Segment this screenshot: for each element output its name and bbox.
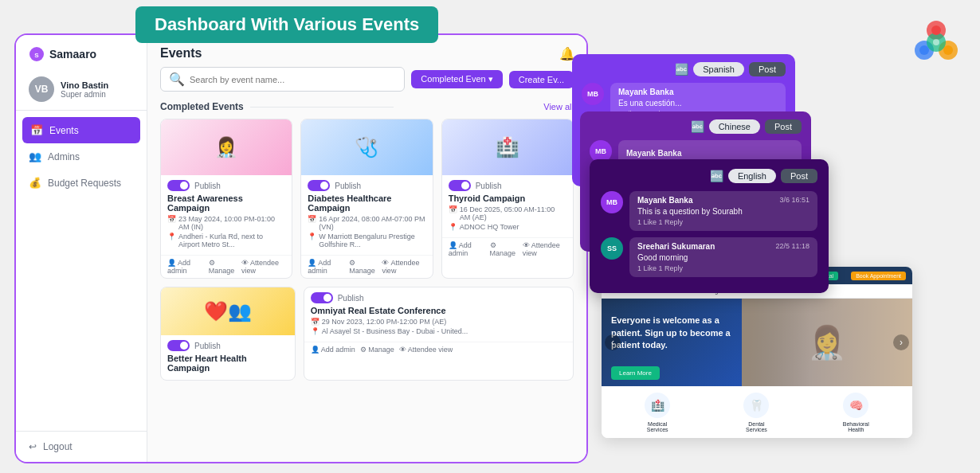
attendee-view-2[interactable]: 👁 Attendee view [382, 259, 425, 275]
publish-toggle-2[interactable] [308, 180, 330, 191]
filter-label: Completed Even ▾ [421, 74, 492, 84]
attendee-view-1[interactable]: 👁 Attendee view [241, 259, 285, 275]
publish-toggle-1[interactable] [167, 180, 190, 191]
publish-label-3: Publish [476, 182, 502, 190]
user-profile: VB Vino Bastin Super admin [16, 68, 147, 111]
event-image-4: ❤️👥 [161, 287, 295, 335]
attendee-view-3[interactable]: 👁 Attendee view [523, 241, 566, 257]
attendee-view-5[interactable]: 👁 Attendee view [399, 346, 453, 354]
user-info: Vino Bastin Super admin [61, 80, 108, 99]
event-body-2: Publish Diabetes Healthcare Campaign 📅 1… [301, 175, 432, 255]
book-appointment-btn[interactable]: Book Appointment [851, 272, 906, 280]
app-logo [908, 14, 964, 70]
chinese-post-btn[interactable]: Post [765, 119, 802, 134]
date-icon-5: 📅 [311, 318, 319, 326]
spanish-post-btn[interactable]: Post [749, 62, 786, 76]
publish-toggle-4[interactable] [167, 340, 190, 351]
view-all-link[interactable]: View all [543, 102, 574, 111]
hero-learn-more-btn[interactable]: Learn More [611, 366, 660, 380]
english-post-btn[interactable]: Post [781, 169, 817, 183]
sidebar-navigation: 📅 Events 👥 Admins 💰 Budget Requests [16, 111, 147, 431]
hero-prev-btn[interactable]: ‹ [605, 334, 621, 350]
translate-icon-spanish: 🔤 [675, 63, 688, 76]
svg-text:S: S [34, 52, 39, 59]
svg-point-7 [933, 39, 939, 45]
hero-image: 👩‍⚕️ [742, 299, 913, 386]
sidebar: S Samaaro VB Vino Bastin Super admin 📅 E… [16, 35, 147, 462]
event-toggle-row-2: Publish [308, 180, 425, 191]
event-image-icon-2: 🩺 [355, 136, 378, 158]
chat-avatar-ss-english: SS [601, 237, 623, 260]
search-row: 🔍 Completed Even ▾ Create Ev... [147, 67, 586, 98]
dental-label: DentalServices [746, 421, 767, 432]
add-admin-5[interactable]: 👤 Add admin [311, 346, 355, 354]
chat-bubble-english-2: Sreehari Sukumaran 22/5 11:18 Good morni… [629, 237, 817, 277]
dental-emoji: 🦷 [750, 399, 763, 412]
search-input[interactable] [190, 75, 396, 84]
sidebar-admins-label: Admins [48, 151, 80, 162]
add-admin-2[interactable]: 👤 Add admin [308, 259, 344, 275]
website-service-behavioral[interactable]: 🧠 BehavioralHealth [843, 393, 869, 432]
sidebar-item-budget[interactable]: 💰 Budget Requests [16, 170, 147, 196]
sidebar-item-events[interactable]: 📅 Events [22, 117, 140, 143]
website-service-medical[interactable]: 🏥 MedicalServices [645, 393, 670, 432]
dashboard-card: S Samaaro VB Vino Bastin Super admin 📅 E… [14, 33, 588, 463]
manage-1[interactable]: ⚙ Manage [209, 259, 237, 275]
event-actions-1: 👤 Add admin ⚙ Manage 👁 Attendee view [161, 255, 292, 278]
events-grid-top: 👩‍⚕️ Publish Breast Awareness Campaign 📅… [147, 119, 586, 287]
panel-header-chinese: 🔤 Chinese Post [590, 119, 802, 134]
event-image-icon-1: 👩‍⚕️ [214, 136, 238, 158]
add-admin-1[interactable]: 👤 Add admin [167, 259, 204, 275]
event-card-5: Publish Omniyat Real Estate Conference 📅… [304, 287, 574, 381]
event-toggle-row-1: Publish [167, 180, 285, 191]
event-card-2: 🩺 Publish Diabetes Healthcare Campaign 📅… [300, 119, 433, 279]
publish-label-4: Publish [194, 342, 221, 350]
behavioral-icon: 🧠 [843, 393, 868, 418]
create-label: Create Ev... [519, 75, 564, 84]
sidebar-budget-label: Budget Requests [48, 178, 121, 189]
sidebar-item-admins[interactable]: 👥 Admins [16, 143, 147, 170]
chinese-lang-btn[interactable]: Chinese [709, 119, 760, 134]
medical-emoji: 🏥 [651, 399, 664, 412]
add-admin-3[interactable]: 👤 Add admin [449, 241, 485, 257]
date-icon-2: 📅 [308, 215, 316, 223]
event-image-1: 👩‍⚕️ [161, 119, 292, 175]
translation-panel-english: 🔤 English Post MB Mayank Banka 3/6 16:51… [590, 159, 829, 293]
chat-avatar-mb-spanish: MB [582, 83, 604, 105]
main-content: 🔔 Events 🔍 Completed Even ▾ Create Ev...… [147, 35, 586, 462]
event-body-3: Publish Thyroid Campaign 📅 16 Dec 2025, … [442, 175, 573, 237]
manage-2[interactable]: ⚙ Manage [349, 259, 377, 275]
website-service-dental[interactable]: 🦷 DentalServices [743, 393, 769, 432]
chat-text-spanish-1: Es una cuestión... [618, 99, 778, 108]
event-toggle-row-4: Publish [167, 340, 288, 351]
manage-3[interactable]: ⚙ Manage [490, 241, 518, 257]
chat-name-mb-chinese: Mayank Banka [626, 149, 681, 158]
main-title: Events [160, 46, 202, 61]
website-hero: Everyone is welcome as a patient. Sign u… [602, 299, 912, 386]
publish-toggle-3[interactable] [449, 180, 471, 191]
english-lang-btn[interactable]: English [728, 169, 776, 183]
panel-header-english: 🔤 English Post [601, 169, 817, 183]
event-card-1: 👩‍⚕️ Publish Breast Awareness Campaign 📅… [160, 119, 292, 279]
spanish-lang-btn[interactable]: Spanish [693, 62, 744, 76]
event-date-3: 📅 16 Dec 2025, 05:00 AM-11:00 AM (AE) [449, 205, 566, 221]
event-toggle-row-5: Publish [311, 292, 566, 303]
manage-5[interactable]: ⚙ Manage [360, 346, 394, 354]
chat-header-english-2: Sreehari Sukumaran 22/5 11:18 [637, 242, 809, 251]
chat-name-ss-english: Sreehari Sukumaran [637, 242, 715, 251]
filter-button[interactable]: Completed Even ▾ [411, 70, 502, 88]
create-event-button[interactable]: Create Ev... [509, 71, 574, 88]
avatar: VB [29, 76, 54, 102]
publish-label-1: Publish [194, 182, 221, 190]
events-grid-bottom: ❤️👥 Publish Better Heart Health Campaign… [147, 287, 586, 389]
event-date-5: 📅 29 Nov 2023, 12:00 PM-12:00 PM (AE) [311, 318, 566, 326]
medical-label: MedicalServices [647, 421, 668, 432]
event-title-1: Breast Awareness Campaign [167, 194, 285, 213]
hero-text: Everyone is welcome as a patient. Sign u… [602, 305, 757, 361]
website-services: 🏥 MedicalServices 🦷 DentalServices 🧠 Beh… [602, 386, 912, 438]
hero-next-btn[interactable]: › [893, 334, 909, 350]
translate-icon-chinese: 🔤 [691, 120, 704, 133]
publish-toggle-5[interactable] [311, 292, 333, 303]
search-box: 🔍 [160, 67, 405, 92]
logout-button[interactable]: ↩ Logout [16, 431, 147, 462]
